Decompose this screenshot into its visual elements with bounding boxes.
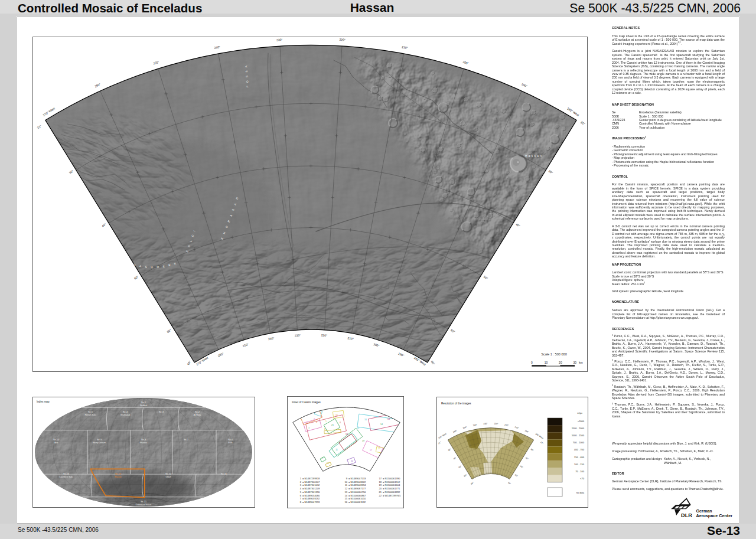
svg-text:30: 30 bbox=[573, 361, 576, 364]
svg-text:Hamah Sulci: Hamah Sulci bbox=[85, 414, 96, 416]
svg-text:0: 0 bbox=[531, 361, 533, 364]
svg-text:17: 17 bbox=[379, 477, 382, 480]
svg-text:Se-4: Se-4 bbox=[123, 411, 128, 413]
svg-text:8: 8 bbox=[340, 422, 341, 424]
svg-text:= W1487299765: = W1487299765 bbox=[383, 494, 401, 497]
svg-text:Ali Baba: Ali Baba bbox=[194, 414, 201, 416]
svg-text:19: 19 bbox=[362, 440, 364, 442]
svg-text:16: 16 bbox=[344, 501, 347, 504]
svg-text:= N1489047259: = N1489047259 bbox=[302, 501, 320, 504]
svg-text:Se-15: Se-15 bbox=[141, 501, 146, 503]
svg-text:km: km bbox=[579, 361, 583, 364]
svg-text:Index map: Index map bbox=[37, 400, 50, 403]
svg-text:10: 10 bbox=[545, 361, 548, 364]
svg-text:21: 21 bbox=[331, 424, 334, 426]
svg-text:= N1489039292: = N1489039292 bbox=[302, 497, 320, 500]
svg-text:Index of Cassini images: Index of Cassini images bbox=[292, 401, 321, 404]
svg-text:20: 20 bbox=[559, 361, 562, 364]
svg-text:2: 2 bbox=[314, 418, 315, 420]
svg-text:12: 12 bbox=[351, 460, 353, 462]
svg-text:Aziz: Aziz bbox=[54, 442, 58, 444]
svg-text:4: 4 bbox=[316, 421, 317, 423]
svg-text:= N1500061604: = N1500061604 bbox=[383, 484, 400, 486]
svg-text:>2000: >2000 bbox=[578, 420, 585, 423]
svg-text:= N1500060867: = N1500060867 bbox=[348, 494, 366, 497]
svg-text:22: 22 bbox=[327, 462, 329, 465]
svg-text:Damascus Sulcus: Damascus Sulcus bbox=[136, 504, 152, 506]
svg-text:= N1487301032: = N1487301032 bbox=[302, 484, 320, 486]
svg-text:15: 15 bbox=[378, 447, 380, 450]
svg-text:no data: no data bbox=[576, 491, 585, 494]
svg-text:5: 5 bbox=[325, 420, 327, 423]
svg-text:19: 19 bbox=[379, 484, 382, 486]
svg-text:16: 16 bbox=[364, 419, 367, 421]
svg-text:Se-6: Se-6 bbox=[228, 439, 233, 441]
svg-text:= N1500061132: = N1500061132 bbox=[348, 501, 366, 504]
svg-text:6: 6 bbox=[324, 428, 325, 430]
svg-text:= N1500061010: = N1500061010 bbox=[348, 497, 366, 500]
svg-text:Se-5: Se-5 bbox=[88, 411, 93, 413]
svg-text:230°: 230° bbox=[295, 334, 301, 338]
svg-text:400 - 700: 400 - 700 bbox=[574, 448, 585, 451]
svg-text:230°: 230° bbox=[483, 423, 488, 426]
svg-text:= N1500061892: = N1500061892 bbox=[383, 491, 400, 494]
svg-text:13: 13 bbox=[387, 418, 390, 420]
svg-text:13: 13 bbox=[344, 491, 347, 494]
svg-text:= N1500061390: = N1500061390 bbox=[383, 477, 400, 480]
svg-text:7: 7 bbox=[308, 427, 309, 430]
svg-text:Otbah: Otbah bbox=[166, 476, 171, 478]
svg-text:= N1489048222: = N1489048222 bbox=[348, 481, 366, 484]
svg-text:= N1487300107: = N1487300107 bbox=[302, 481, 320, 484]
svg-text:220°: 220° bbox=[494, 423, 498, 426]
svg-text:Se-14: Se-14 bbox=[63, 473, 69, 475]
svg-text:Khusrau: Khusrau bbox=[140, 442, 147, 444]
svg-text:Se-2: Se-2 bbox=[195, 411, 200, 413]
svg-text:10: 10 bbox=[344, 481, 347, 484]
svg-text:15: 15 bbox=[344, 497, 347, 500]
svg-text:= N1487299918: = N1487299918 bbox=[302, 477, 320, 480]
svg-text:Cashmere Sulci: Cashmere Sulci bbox=[59, 476, 73, 478]
svg-text:1: 1 bbox=[307, 422, 308, 424]
svg-text:= N1489047533: = N1489047533 bbox=[348, 477, 366, 480]
svg-text:11: 11 bbox=[345, 484, 348, 486]
svg-text:1000 - 1500: 1000 - 1500 bbox=[572, 434, 585, 437]
svg-text:9: 9 bbox=[322, 457, 323, 459]
svg-text:= N1489087177: = N1489087177 bbox=[348, 487, 366, 490]
svg-text:Shahrazad: Shahrazad bbox=[120, 414, 130, 416]
svg-text:Sindbad: Sindbad bbox=[140, 404, 147, 407]
svg-text:70 - 100: 70 - 100 bbox=[575, 470, 584, 473]
svg-text:= N1487301396: = N1487301396 bbox=[302, 491, 320, 494]
svg-text:Hassan: Hassan bbox=[115, 476, 121, 478]
svg-text:Se-8: Se-8 bbox=[141, 439, 146, 441]
svg-text:20: 20 bbox=[379, 487, 382, 490]
svg-text:Ebony Dorsum: Ebony Dorsum bbox=[93, 442, 106, 444]
svg-text:Aerospace Center: Aerospace Center bbox=[696, 513, 733, 518]
svg-text:150 - 400: 150 - 400 bbox=[574, 456, 585, 459]
svg-text:14: 14 bbox=[380, 423, 383, 426]
svg-text:= N1489048394: = N1489048394 bbox=[348, 484, 366, 486]
svg-text:Hassan: Hassan bbox=[525, 154, 543, 158]
svg-text:= N1489034080: = N1489034080 bbox=[302, 494, 320, 497]
svg-text:12: 12 bbox=[344, 487, 347, 490]
svg-text:Resolution of the images: Resolution of the images bbox=[441, 402, 471, 405]
svg-text:Se-3: Se-3 bbox=[159, 411, 164, 413]
svg-text:22: 22 bbox=[379, 494, 382, 497]
svg-text:Scale 1 : 500 000: Scale 1 : 500 000 bbox=[541, 352, 567, 356]
svg-text:220°: 220° bbox=[321, 334, 328, 338]
svg-text:10: 10 bbox=[357, 427, 359, 429]
svg-text:18: 18 bbox=[346, 433, 348, 436]
svg-text:= N1500061771: = N1500061771 bbox=[383, 487, 400, 490]
svg-text:= N1500061512: = N1500061512 bbox=[383, 481, 400, 484]
svg-text:<70: <70 bbox=[580, 477, 585, 480]
svg-text:220°: 220° bbox=[339, 38, 346, 42]
svg-text:Se-9: Se-9 bbox=[97, 439, 102, 441]
svg-text:1500 - 2000: 1500 - 2000 bbox=[572, 427, 585, 430]
svg-text:11: 11 bbox=[335, 449, 338, 451]
svg-text:Salih: Salih bbox=[228, 442, 232, 444]
svg-text:20: 20 bbox=[335, 414, 338, 417]
svg-text:Se-13: Se-13 bbox=[115, 473, 121, 475]
svg-text:100 - 150: 100 - 150 bbox=[574, 463, 585, 466]
svg-text:700 - 1000: 700 - 1000 bbox=[573, 441, 585, 444]
svg-text:= N1487301209: = N1487301209 bbox=[302, 487, 320, 490]
svg-text:17: 17 bbox=[370, 449, 372, 452]
